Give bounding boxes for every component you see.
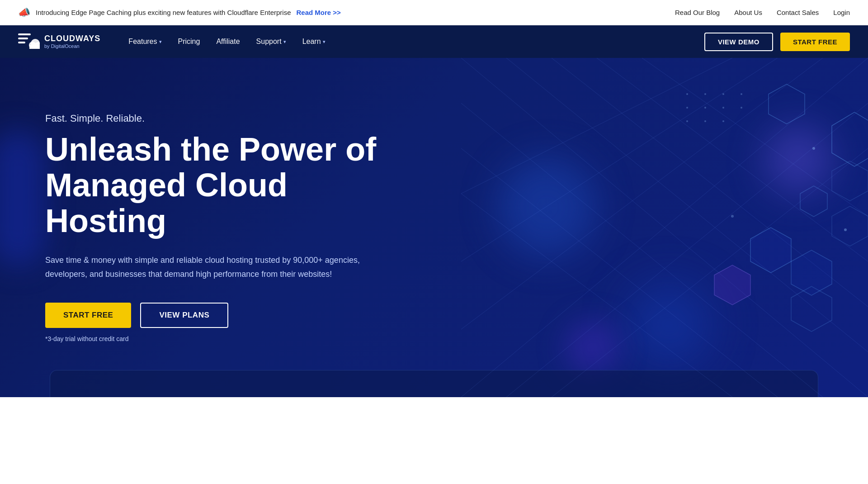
nav-links: Features ▾ Pricing Affiliate Support ▾ L…: [122, 34, 331, 49]
nav-item-pricing[interactable]: Pricing: [172, 34, 207, 49]
svg-point-32: [731, 215, 734, 218]
svg-point-39: [722, 107, 724, 109]
svg-rect-1: [18, 38, 28, 39]
hero-hexagon-bg: [461, 58, 868, 397]
announcement-left: 📣 Introducing Edge Page Caching plus exc…: [18, 7, 341, 19]
nav-item-support[interactable]: Support ▾: [250, 34, 292, 49]
megaphone-icon: 📣: [18, 7, 30, 19]
hero-buttons: START FREE VIEW PLANS: [45, 303, 384, 328]
start-free-nav-button[interactable]: START FREE: [780, 33, 850, 51]
hero-title: Unleash the Power of Managed Cloud Hosti…: [45, 132, 384, 239]
top-nav-about-us[interactable]: About Us: [734, 9, 762, 16]
hero-content: Fast. Simple. Reliable. Unleash the Powe…: [0, 76, 429, 379]
nav-learn-label: Learn: [302, 38, 321, 46]
svg-point-40: [741, 107, 742, 109]
svg-line-10: [597, 58, 868, 261]
logo-sub-text: by DigitalOcean: [44, 43, 100, 49]
logo-text-area: CLOUDWAYS by DigitalOcean: [44, 34, 100, 49]
svg-line-11: [642, 58, 868, 216]
nav-features-label: Features: [128, 38, 157, 46]
chevron-down-icon: ▾: [159, 39, 162, 45]
nav-item-affiliate[interactable]: Affiliate: [210, 34, 246, 49]
svg-line-14: [461, 194, 732, 397]
svg-line-18: [461, 58, 732, 194]
svg-marker-22: [769, 84, 805, 124]
svg-marker-24: [750, 228, 791, 273]
top-nav-contact-sales[interactable]: Contact Sales: [777, 9, 819, 16]
svg-point-35: [722, 93, 724, 95]
logo-icon: [18, 33, 40, 50]
svg-rect-0: [18, 33, 31, 35]
svg-point-31: [844, 228, 847, 231]
svg-point-38: [704, 107, 706, 109]
main-nav: CLOUDWAYS by DigitalOcean Features ▾ Pri…: [0, 25, 868, 58]
announcement-right: Read Our Blog About Us Contact Sales Log…: [675, 9, 850, 16]
nav-left: CLOUDWAYS by DigitalOcean Features ▾ Pri…: [18, 33, 332, 50]
svg-marker-44: [714, 265, 750, 305]
nav-item-features[interactable]: Features ▾: [122, 34, 168, 49]
cloudways-logo-svg: [18, 33, 40, 50]
svg-point-30: [812, 147, 815, 150]
svg-point-34: [704, 93, 706, 95]
chevron-down-icon-2: ▾: [283, 39, 286, 45]
top-nav-read-blog[interactable]: Read Our Blog: [675, 9, 720, 16]
svg-point-41: [686, 120, 688, 122]
nav-affiliate-label: Affiliate: [216, 38, 240, 46]
read-more-link[interactable]: Read More >>: [297, 9, 341, 16]
view-demo-button[interactable]: VIEW DEMO: [704, 33, 773, 51]
announcement-bar: 📣 Introducing Edge Page Caching plus exc…: [0, 0, 868, 25]
svg-point-33: [686, 93, 688, 95]
hero-start-free-button[interactable]: START FREE: [45, 303, 131, 328]
svg-point-42: [704, 120, 706, 122]
logo[interactable]: CLOUDWAYS by DigitalOcean: [18, 33, 100, 50]
trial-note: *3-day trial without credit card: [45, 335, 384, 342]
svg-marker-23: [800, 186, 827, 217]
svg-marker-21: [832, 112, 868, 166]
svg-line-8: [506, 58, 868, 352]
hero-description: Save time & money with simple and reliab…: [45, 253, 384, 281]
hero-view-plans-button[interactable]: VIEW PLANS: [140, 303, 228, 328]
chevron-down-icon-3: ▾: [323, 39, 326, 45]
nav-pricing-label: Pricing: [178, 38, 200, 46]
hero-tagline: Fast. Simple. Reliable.: [45, 113, 384, 124]
svg-marker-25: [791, 250, 832, 295]
svg-point-37: [686, 107, 688, 109]
top-nav-login[interactable]: Login: [833, 9, 850, 16]
announcement-text: Introducing Edge Page Caching plus excit…: [36, 9, 291, 16]
svg-point-36: [741, 93, 742, 95]
logo-brand-text: CLOUDWAYS: [44, 34, 100, 43]
nav-item-learn[interactable]: Learn ▾: [296, 34, 332, 49]
nav-support-label: Support: [256, 38, 282, 46]
svg-rect-6: [29, 45, 40, 49]
svg-rect-2: [18, 42, 25, 43]
svg-point-43: [722, 120, 724, 122]
svg-line-17: [461, 58, 778, 261]
nav-right: VIEW DEMO START FREE: [704, 33, 850, 51]
hero-section: Fast. Simple. Reliable. Unleash the Powe…: [0, 58, 868, 397]
